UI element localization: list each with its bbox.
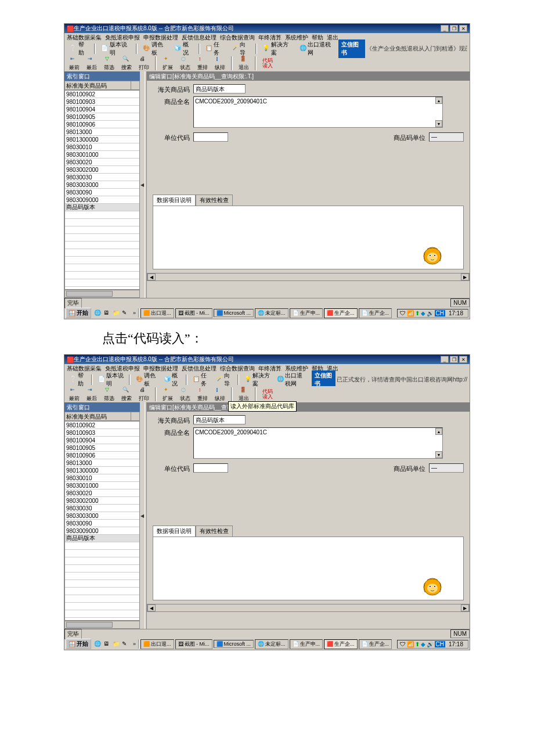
tab-validate[interactable]: 有效性检查 <box>196 525 233 537</box>
vert-button[interactable]: ⫿纵排 <box>212 55 228 72</box>
code-input[interactable]: 商品码版本 <box>193 84 246 93</box>
start-button[interactable]: 🪟开始 <box>66 639 91 649</box>
scroll-down-button[interactable]: ▼ <box>435 451 442 458</box>
quicklaunch-folder-icon[interactable]: 📁 <box>112 640 120 648</box>
filter-button[interactable]: ▽筛选 <box>102 55 117 72</box>
print-button[interactable]: 🖨打印 <box>136 55 151 72</box>
hscroll-left-button[interactable]: ◀ <box>147 604 156 611</box>
hscroll-thumb[interactable] <box>66 622 113 628</box>
tab-dataitem[interactable]: 数据项目说明 <box>153 525 196 537</box>
index-row[interactable]: 980100902 <box>65 422 139 429</box>
index-row-selected[interactable]: 商品码版本 <box>65 204 139 211</box>
index-row-empty[interactable] <box>65 226 139 234</box>
index-row[interactable]: 98013000 <box>65 128 139 136</box>
index-row-empty[interactable] <box>65 257 139 264</box>
index-row-empty[interactable] <box>65 557 139 565</box>
index-row[interactable]: 980100904 <box>65 437 139 444</box>
fullname-textarea[interactable]: CMCODE2009_20090401C ▲ ▼ <box>193 427 443 459</box>
quicklaunch-desktop-icon[interactable]: 🖥 <box>103 309 111 317</box>
taskbar-task[interactable]: 📄生产企... <box>359 308 392 318</box>
hscroll-left-button[interactable]: ◀ <box>147 273 156 280</box>
scroll-up-button[interactable]: ▲ <box>435 428 442 435</box>
index-hscroll[interactable] <box>64 290 140 298</box>
taskbar-task[interactable]: 🖼截图 - Mi... <box>175 639 212 649</box>
scheme-button[interactable]: 💡解决方案 <box>259 39 295 58</box>
index-column-header[interactable]: 标准海关商品码 <box>65 81 131 89</box>
quicklaunch-more[interactable]: » <box>132 641 137 647</box>
index-row-empty[interactable] <box>65 272 139 279</box>
index-row[interactable]: 9803003000 <box>65 181 139 189</box>
quicklaunch-edit-icon[interactable]: ✎ <box>121 309 129 317</box>
taskbar-task[interactable]: 📄生产申... <box>290 308 323 318</box>
first-button[interactable]: ⇤最前 <box>67 386 82 403</box>
start-button[interactable]: 🪟开始 <box>66 308 91 318</box>
index-row-empty[interactable] <box>65 573 139 580</box>
index-row[interactable]: 98030030 <box>65 505 139 512</box>
tray-ime-indicator[interactable]: CH <box>435 310 445 316</box>
index-grid[interactable]: 980100902 980100903 980100904 980100905 … <box>64 421 140 621</box>
codeload-button[interactable]: 代码 读入 <box>260 57 275 69</box>
maximize-button[interactable]: ❐ <box>450 356 458 363</box>
maximize-button[interactable]: ❐ <box>450 25 458 32</box>
expand-button[interactable]: ✦扩展 <box>160 55 175 72</box>
taskbar-task[interactable]: 🌐未定标... <box>255 308 288 318</box>
exit-button[interactable]: 🚪退出 <box>236 55 251 72</box>
filter-button[interactable]: ▽筛选 <box>102 386 117 403</box>
collapse-left-button[interactable]: ◀ <box>140 402 145 629</box>
index-row[interactable]: 9803002000 <box>65 166 139 174</box>
index-row[interactable]: 9803002000 <box>65 497 139 505</box>
scroll-up-button[interactable]: ▲ <box>435 97 442 104</box>
index-row[interactable]: 980100906 <box>65 121 139 128</box>
taskbar-task[interactable]: 🌐未定标... <box>255 639 288 649</box>
unitcode-input[interactable] <box>193 463 228 473</box>
index-row[interactable]: 980100904 <box>65 106 139 113</box>
assistant-lion-icon[interactable] <box>419 243 446 267</box>
index-row-empty[interactable] <box>65 595 139 603</box>
quicklaunch-desktop-icon[interactable]: 🖥 <box>103 640 111 648</box>
index-row[interactable]: 980100903 <box>65 98 139 106</box>
tray-safe-icon[interactable]: ◆ <box>421 310 425 316</box>
edit-hscroll[interactable]: ◀ ▶ <box>147 604 470 612</box>
tray-shield-icon[interactable]: 🛡 <box>400 641 406 647</box>
scroll-down-button[interactable]: ▼ <box>435 120 442 127</box>
hscroll-right-button[interactable]: ▶ <box>461 604 469 611</box>
taskbar-task-active[interactable]: 🟥生产企... <box>324 308 358 318</box>
index-row[interactable]: 9803001000 <box>65 151 139 159</box>
index-row-empty[interactable] <box>65 588 139 595</box>
sort-button[interactable]: ↕重排 <box>195 386 210 403</box>
exit-button[interactable]: 🚪退出 <box>236 386 251 403</box>
taskbar-task[interactable]: 📄生产申... <box>290 639 323 649</box>
buybook-button[interactable]: 立信图书 <box>338 39 366 58</box>
index-row-empty[interactable] <box>65 211 139 219</box>
taskbar-task[interactable]: 📄生产企... <box>359 639 392 649</box>
index-row-empty[interactable] <box>65 565 139 573</box>
assistant-lion-icon[interactable] <box>419 574 446 597</box>
last-button[interactable]: ⇥最后 <box>84 55 99 72</box>
tab-dataitem[interactable]: 数据项目说明 <box>153 195 196 206</box>
quicklaunch-folder-icon[interactable]: 📁 <box>112 309 120 317</box>
index-row[interactable]: 980100903 <box>65 429 139 437</box>
hscroll-thumb[interactable] <box>66 291 113 297</box>
quicklaunch-edit-icon[interactable]: ✎ <box>121 640 129 648</box>
index-row[interactable]: 98030010 <box>65 143 139 151</box>
index-row[interactable]: 98030020 <box>65 159 139 166</box>
first-button[interactable]: ⇤最前 <box>67 55 82 72</box>
hscroll-right-button[interactable]: ▶ <box>461 273 469 280</box>
state-button[interactable]: ◌状态 <box>178 386 193 403</box>
search-button[interactable]: 🔍搜索 <box>119 55 134 72</box>
taskbar-task[interactable]: 🟧出口退... <box>140 639 174 649</box>
state-button[interactable]: ◌状态 <box>178 55 193 72</box>
index-row-empty[interactable] <box>65 542 139 550</box>
taskbar-task-active[interactable]: 🟥生产企... <box>324 639 358 649</box>
index-row-selected[interactable]: 商品码版本 <box>65 535 139 542</box>
last-button[interactable]: ⇥最后 <box>84 386 99 403</box>
index-row-empty[interactable] <box>65 279 139 287</box>
tray-safe-icon[interactable]: ◆ <box>421 641 425 647</box>
code-input[interactable]: 商品码版本 <box>193 415 246 424</box>
index-row[interactable]: 98030010 <box>65 474 139 482</box>
tray-net-icon[interactable]: 📶 <box>407 310 414 316</box>
index-row-empty[interactable] <box>65 610 139 618</box>
tray-up-icon[interactable]: ⬆ <box>415 641 420 647</box>
index-row-empty[interactable] <box>65 264 139 272</box>
quicklaunch-ie-icon[interactable]: 🌐 <box>93 640 102 648</box>
